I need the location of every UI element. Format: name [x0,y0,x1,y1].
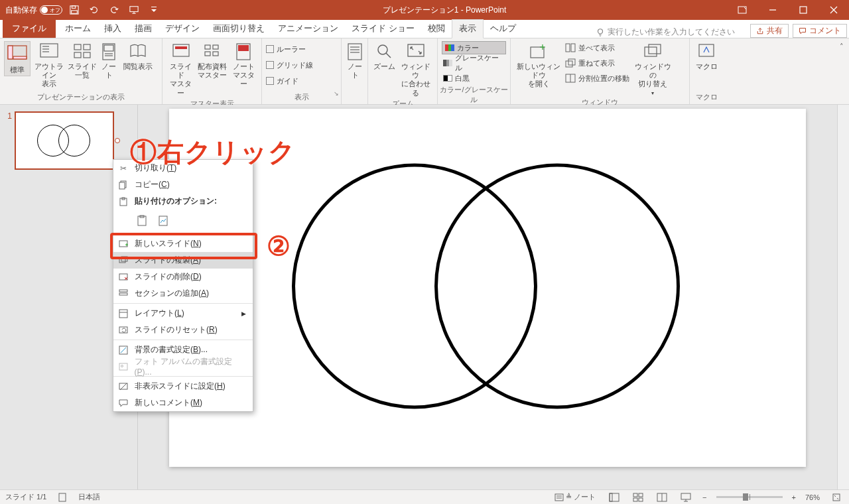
move-split-button[interactable]: 分割位置の移動 [564,72,631,85]
tab-view[interactable]: 表示 [452,19,484,38]
status-normal-view-icon[interactable] [607,491,621,504]
tab-slideshow[interactable]: スライド ショー [345,20,421,38]
ribbon-display-options-icon[interactable] [727,0,757,20]
fit-to-window-button[interactable]: ウィンドウ に合わせる [399,41,434,99]
ctx-hide-slide[interactable]: 非表示スライドに設定(H) [113,378,253,395]
status-accessibility[interactable] [56,490,69,505]
save-icon[interactable] [66,2,82,18]
zoom-level[interactable]: 76% [805,493,820,501]
tab-file[interactable]: ファイル [3,20,56,38]
redo-icon[interactable] [106,2,122,18]
ruler-checkbox[interactable]: ルーラー [266,42,313,56]
collapse-ribbon-icon[interactable]: ˄ [840,42,844,51]
maximize-icon[interactable] [788,0,818,20]
ctx-add-section[interactable]: セクションの追加(A) [113,285,253,302]
undo-icon[interactable] [86,2,102,18]
zoom-icon [375,42,394,61]
close-icon[interactable] [818,0,849,20]
notes-master-button[interactable]: ノート マスター [229,41,257,90]
svg-rect-22 [103,44,115,60]
group-label-color: カラー/グレースケール [438,85,510,107]
slide-canvas[interactable] [169,109,806,467]
svg-rect-44 [571,44,575,52]
group-label-show: 表示 [262,92,341,104]
svg-rect-31 [205,52,210,56]
share-button[interactable]: 共有 [750,24,789,38]
zoom-button[interactable]: ズーム [372,41,397,72]
view-outline-button[interactable]: アウトライン 表示 [32,41,66,90]
ctx-duplicate-slide[interactable]: スライドの複製(A) [113,252,253,269]
cascade-icon [565,58,576,68]
switch-windows-button[interactable]: ウィンドウの 切り替え▾ [632,41,673,97]
bw-view-button[interactable]: 白黒 [442,72,506,85]
slide-thumbnail-1[interactable] [15,111,114,170]
photo-album-icon [117,361,129,373]
new-window-button[interactable]: 新しいウィンドウ を開く [515,41,562,90]
view-normal-button[interactable]: 標準 [4,41,31,76]
slide-master-button[interactable]: スライド マスター [166,41,196,99]
slideshow-from-start-icon[interactable] [126,2,142,18]
autosave-toggle[interactable]: 自動保存 オフ [5,5,62,16]
svg-rect-82 [639,498,643,501]
grayscale-view-button[interactable]: グレースケール [442,56,506,70]
paste-use-destination-theme[interactable] [135,213,151,229]
fit-slide-icon[interactable] [829,491,844,504]
qat-more-icon[interactable] [146,2,162,18]
tab-draw[interactable]: 描画 [128,20,159,38]
macros-button[interactable]: マクロ [694,41,719,72]
notes-button[interactable]: ノー ト [346,41,364,81]
svg-rect-23 [104,45,113,51]
guides-checkbox[interactable]: ガイド [266,74,313,88]
ctx-reset-slide[interactable]: スライドのリセット(R) [113,322,253,338]
hide-slide-icon [117,381,129,393]
gridlines-checkbox[interactable]: グリッド線 [266,58,313,72]
tab-design[interactable]: デザイン [159,20,206,38]
paste-as-picture[interactable] [156,213,172,229]
tab-help[interactable]: ヘルプ [484,20,523,38]
minimize-icon[interactable] [757,0,788,20]
cascade-button[interactable]: 重ねて表示 [564,56,631,70]
zoom-in-button[interactable]: + [792,493,796,501]
svg-rect-45 [566,61,572,67]
dialog-launcher-icon[interactable]: ↘ [334,90,339,97]
svg-rect-41 [408,44,424,56]
ctx-delete-slide[interactable]: スライドの削除(D) [113,269,253,285]
circle-shape-right[interactable] [434,164,680,409]
comments-button[interactable]: コメント [793,24,847,38]
svg-rect-21 [84,52,90,58]
status-sorter-view-icon[interactable] [631,491,645,504]
tab-animations[interactable]: アニメーション [271,20,345,38]
arrange-all-button[interactable]: 並べて表示 [564,41,631,54]
copy-icon [117,179,129,191]
vertical-scrollbar[interactable] [837,105,849,489]
paste-icon [117,196,129,208]
status-reading-view-icon[interactable] [655,491,669,504]
tab-transitions[interactable]: 画面切り替え [206,20,271,38]
reset-icon [117,324,129,336]
ctx-copy[interactable]: コピー(C) [113,176,253,193]
view-slide-sorter-button[interactable]: スライド 一覧 [68,41,97,81]
tab-insert[interactable]: 挿入 [98,20,128,38]
status-slide-count[interactable]: スライド 1/1 [5,492,46,502]
ribbon: 標準 アウトライン 表示 スライド 一覧 ノー ト 閲覧表示 プレゼンテーション… [0,38,849,105]
tab-home[interactable]: ホーム [58,20,98,38]
color-view-button[interactable]: カラー [442,41,506,54]
handout-master-button[interactable]: 配布資料 マスター [197,41,229,81]
tell-me-search[interactable]: 実行したい作業を入力してください [596,27,748,38]
svg-rect-63 [119,290,127,292]
ctx-layout[interactable]: レイアウト(L)▶ [113,305,253,322]
status-language[interactable]: 日本語 [78,492,100,502]
tab-review[interactable]: 校閲 [421,20,452,38]
group-label-presentation-views: プレゼンテーションの表示 [0,92,162,104]
status-slideshow-icon[interactable] [679,491,693,504]
ctx-cut[interactable]: ✂切り取り(T) [113,160,253,176]
ctx-new-slide[interactable]: 新しいスライド(N) [113,235,253,252]
cut-icon: ✂ [117,162,129,174]
ctx-new-comment[interactable]: 新しいコメント(M) [113,395,253,411]
view-reading-button[interactable]: 閲覧表示 [121,41,155,72]
zoom-slider[interactable] [716,496,783,498]
venn-diagram[interactable] [292,164,683,412]
status-notes-button[interactable]: ≜ ノート [553,490,598,505]
zoom-out-button[interactable]: − [702,493,706,501]
view-notes-page-button[interactable]: ノー ト [98,41,119,81]
